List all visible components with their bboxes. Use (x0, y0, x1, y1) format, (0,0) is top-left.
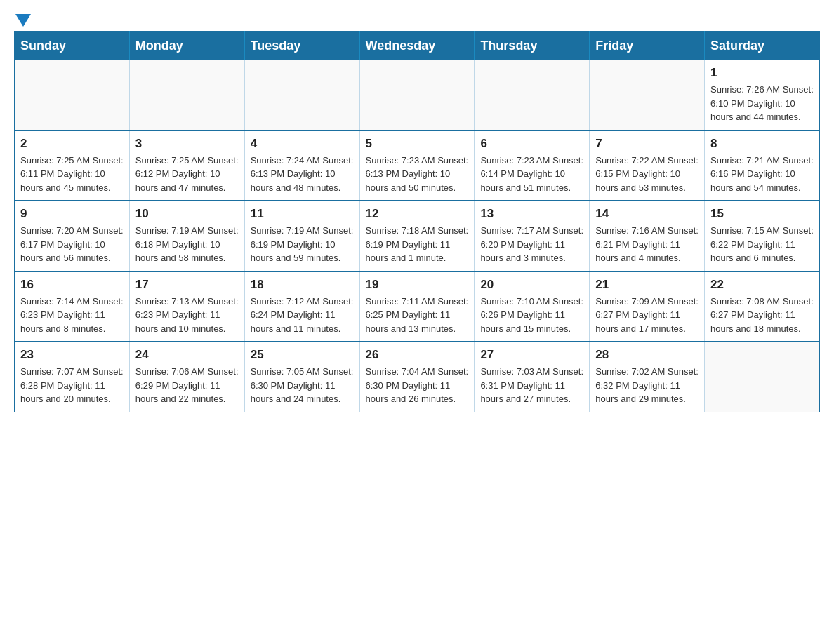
calendar-cell: 24Sunrise: 7:06 AM Sunset: 6:29 PM Dayli… (129, 342, 244, 412)
calendar-cell: 26Sunrise: 7:04 AM Sunset: 6:30 PM Dayli… (359, 342, 475, 412)
day-header-friday: Friday (590, 32, 705, 61)
day-info: Sunrise: 7:07 AM Sunset: 6:28 PM Dayligh… (20, 365, 124, 406)
calendar-cell: 16Sunrise: 7:14 AM Sunset: 6:23 PM Dayli… (15, 271, 130, 342)
day-header-thursday: Thursday (475, 32, 590, 61)
day-info: Sunrise: 7:17 AM Sunset: 6:20 PM Dayligh… (480, 224, 583, 265)
day-number: 16 (20, 278, 124, 292)
day-info: Sunrise: 7:26 AM Sunset: 6:10 PM Dayligh… (710, 83, 814, 124)
day-number: 13 (480, 207, 583, 221)
week-row-1: 1Sunrise: 7:26 AM Sunset: 6:10 PM Daylig… (15, 60, 820, 130)
day-info: Sunrise: 7:15 AM Sunset: 6:22 PM Dayligh… (710, 224, 814, 265)
calendar-cell: 5Sunrise: 7:23 AM Sunset: 6:13 PM Daylig… (359, 130, 475, 201)
day-info: Sunrise: 7:09 AM Sunset: 6:27 PM Dayligh… (595, 295, 699, 336)
day-info: Sunrise: 7:24 AM Sunset: 6:13 PM Dayligh… (251, 154, 354, 195)
day-number: 7 (595, 137, 699, 151)
svg-marker-0 (15, 14, 31, 27)
day-header-saturday: Saturday (705, 32, 820, 61)
calendar-cell (590, 60, 705, 130)
day-number: 19 (366, 278, 469, 292)
day-number: 27 (480, 348, 583, 362)
calendar-cell: 20Sunrise: 7:10 AM Sunset: 6:26 PM Dayli… (475, 271, 590, 342)
calendar-cell: 2Sunrise: 7:25 AM Sunset: 6:11 PM Daylig… (15, 130, 130, 201)
day-info: Sunrise: 7:16 AM Sunset: 6:21 PM Dayligh… (595, 224, 699, 265)
day-info: Sunrise: 7:19 AM Sunset: 6:19 PM Dayligh… (251, 224, 354, 265)
calendar-cell: 27Sunrise: 7:03 AM Sunset: 6:31 PM Dayli… (475, 342, 590, 412)
day-number: 11 (251, 207, 354, 221)
day-info: Sunrise: 7:25 AM Sunset: 6:12 PM Dayligh… (135, 154, 239, 195)
calendar-table: SundayMondayTuesdayWednesdayThursdayFrid… (14, 31, 820, 412)
day-info: Sunrise: 7:06 AM Sunset: 6:29 PM Dayligh… (135, 365, 239, 406)
day-info: Sunrise: 7:19 AM Sunset: 6:18 PM Dayligh… (135, 224, 239, 265)
calendar-cell: 25Sunrise: 7:05 AM Sunset: 6:30 PM Dayli… (244, 342, 359, 412)
logo-triangle-icon (15, 14, 31, 27)
day-number: 20 (480, 278, 583, 292)
calendar-cell: 9Sunrise: 7:20 AM Sunset: 6:17 PM Daylig… (15, 201, 130, 271)
week-row-5: 23Sunrise: 7:07 AM Sunset: 6:28 PM Dayli… (15, 342, 820, 412)
day-number: 28 (595, 348, 699, 362)
day-info: Sunrise: 7:02 AM Sunset: 6:32 PM Dayligh… (595, 365, 699, 406)
calendar-cell: 13Sunrise: 7:17 AM Sunset: 6:20 PM Dayli… (475, 201, 590, 271)
calendar-cell: 14Sunrise: 7:16 AM Sunset: 6:21 PM Dayli… (590, 201, 705, 271)
calendar-cell (705, 342, 820, 412)
calendar-cell: 28Sunrise: 7:02 AM Sunset: 6:32 PM Dayli… (590, 342, 705, 412)
day-info: Sunrise: 7:13 AM Sunset: 6:23 PM Dayligh… (135, 295, 239, 336)
day-info: Sunrise: 7:25 AM Sunset: 6:11 PM Dayligh… (20, 154, 124, 195)
day-number: 14 (595, 207, 699, 221)
calendar-header: SundayMondayTuesdayWednesdayThursdayFrid… (15, 32, 820, 61)
day-info: Sunrise: 7:04 AM Sunset: 6:30 PM Dayligh… (366, 365, 469, 406)
day-number: 25 (251, 348, 354, 362)
calendar-cell: 12Sunrise: 7:18 AM Sunset: 6:19 PM Dayli… (359, 201, 475, 271)
calendar-cell: 22Sunrise: 7:08 AM Sunset: 6:27 PM Dayli… (705, 271, 820, 342)
week-row-3: 9Sunrise: 7:20 AM Sunset: 6:17 PM Daylig… (15, 201, 820, 271)
calendar-cell (359, 60, 475, 130)
day-number: 21 (595, 278, 699, 292)
day-number: 8 (710, 137, 814, 151)
day-number: 18 (251, 278, 354, 292)
day-number: 5 (366, 137, 469, 151)
calendar-cell (129, 60, 244, 130)
day-info: Sunrise: 7:05 AM Sunset: 6:30 PM Dayligh… (251, 365, 354, 406)
day-number: 22 (710, 278, 814, 292)
day-number: 17 (135, 278, 239, 292)
day-number: 4 (251, 137, 354, 151)
week-row-4: 16Sunrise: 7:14 AM Sunset: 6:23 PM Dayli… (15, 271, 820, 342)
day-header-monday: Monday (129, 32, 244, 61)
day-info: Sunrise: 7:08 AM Sunset: 6:27 PM Dayligh… (710, 295, 814, 336)
calendar-cell: 18Sunrise: 7:12 AM Sunset: 6:24 PM Dayli… (244, 271, 359, 342)
day-number: 23 (20, 348, 124, 362)
day-info: Sunrise: 7:12 AM Sunset: 6:24 PM Dayligh… (251, 295, 354, 336)
calendar-body: 1Sunrise: 7:26 AM Sunset: 6:10 PM Daylig… (15, 60, 820, 412)
day-number: 24 (135, 348, 239, 362)
day-number: 1 (710, 66, 814, 80)
calendar-cell: 3Sunrise: 7:25 AM Sunset: 6:12 PM Daylig… (129, 130, 244, 201)
day-number: 9 (20, 207, 124, 221)
day-info: Sunrise: 7:11 AM Sunset: 6:25 PM Dayligh… (366, 295, 469, 336)
calendar-cell: 11Sunrise: 7:19 AM Sunset: 6:19 PM Dayli… (244, 201, 359, 271)
calendar-cell (475, 60, 590, 130)
day-info: Sunrise: 7:14 AM Sunset: 6:23 PM Dayligh… (20, 295, 124, 336)
calendar-cell: 1Sunrise: 7:26 AM Sunset: 6:10 PM Daylig… (705, 60, 820, 130)
calendar-cell: 21Sunrise: 7:09 AM Sunset: 6:27 PM Dayli… (590, 271, 705, 342)
day-number: 2 (20, 137, 124, 151)
day-info: Sunrise: 7:10 AM Sunset: 6:26 PM Dayligh… (480, 295, 583, 336)
day-info: Sunrise: 7:22 AM Sunset: 6:15 PM Dayligh… (595, 154, 699, 195)
calendar-cell: 4Sunrise: 7:24 AM Sunset: 6:13 PM Daylig… (244, 130, 359, 201)
calendar-cell: 17Sunrise: 7:13 AM Sunset: 6:23 PM Dayli… (129, 271, 244, 342)
calendar-cell (15, 60, 130, 130)
calendar-cell: 7Sunrise: 7:22 AM Sunset: 6:15 PM Daylig… (590, 130, 705, 201)
day-header-tuesday: Tuesday (244, 32, 359, 61)
day-info: Sunrise: 7:20 AM Sunset: 6:17 PM Dayligh… (20, 224, 124, 265)
calendar-cell: 15Sunrise: 7:15 AM Sunset: 6:22 PM Dayli… (705, 201, 820, 271)
day-info: Sunrise: 7:23 AM Sunset: 6:14 PM Dayligh… (480, 154, 583, 195)
day-info: Sunrise: 7:03 AM Sunset: 6:31 PM Dayligh… (480, 365, 583, 406)
day-number: 3 (135, 137, 239, 151)
calendar-cell: 23Sunrise: 7:07 AM Sunset: 6:28 PM Dayli… (15, 342, 130, 412)
day-number: 12 (366, 207, 469, 221)
calendar-cell (244, 60, 359, 130)
logo (14, 14, 31, 24)
day-number: 10 (135, 207, 239, 221)
day-info: Sunrise: 7:18 AM Sunset: 6:19 PM Dayligh… (366, 224, 469, 265)
day-header-wednesday: Wednesday (359, 32, 475, 61)
calendar-cell: 19Sunrise: 7:11 AM Sunset: 6:25 PM Dayli… (359, 271, 475, 342)
calendar-cell: 10Sunrise: 7:19 AM Sunset: 6:18 PM Dayli… (129, 201, 244, 271)
